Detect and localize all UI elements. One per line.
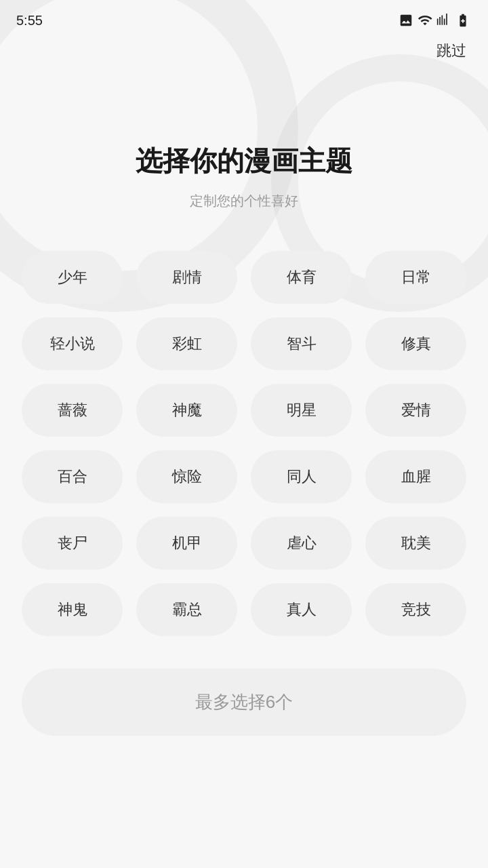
wifi-icon xyxy=(418,13,432,28)
tag-item-aiqing[interactable]: 爱情 xyxy=(365,384,466,437)
confirm-button[interactable]: 最多选择6个 xyxy=(22,669,466,736)
tag-item-shenmuo[interactable]: 神魔 xyxy=(136,384,237,437)
image-icon xyxy=(399,13,413,28)
signal-icon xyxy=(436,13,450,28)
tag-item-jijia[interactable]: 机甲 xyxy=(136,517,237,570)
page-title: 选择你的漫画主题 xyxy=(22,142,466,180)
skip-button[interactable]: 跳过 xyxy=(436,41,466,61)
tag-item-juqing[interactable]: 剧情 xyxy=(136,251,237,304)
tag-item-zhenren[interactable]: 真人 xyxy=(251,583,352,636)
tag-item-jingxian[interactable]: 惊险 xyxy=(136,450,237,503)
tag-item-zhidou[interactable]: 智斗 xyxy=(251,317,352,370)
tags-grid: 少年剧情体育日常轻小说彩虹智斗修真蔷薇神魔明星爱情百合惊险同人血腥丧尸机甲虐心耽… xyxy=(22,251,466,636)
tag-item-meigui[interactable]: 蔷薇 xyxy=(22,384,123,437)
tag-item-richang[interactable]: 日常 xyxy=(365,251,466,304)
tag-item-bazong[interactable]: 霸总 xyxy=(136,583,237,636)
tag-item-sishi[interactable]: 丧尸 xyxy=(22,517,123,570)
tag-item-xiuzhen[interactable]: 修真 xyxy=(365,317,466,370)
tag-item-shengui[interactable]: 神鬼 xyxy=(22,583,123,636)
title-section: 选择你的漫画主题 定制您的个性喜好 xyxy=(22,34,466,210)
tag-item-nuxin[interactable]: 虐心 xyxy=(251,517,352,570)
tag-item-danmei[interactable]: 耽美 xyxy=(365,517,466,570)
tag-item-qingxiaoshuo[interactable]: 轻小说 xyxy=(22,317,123,370)
tag-item-caihong[interactable]: 彩虹 xyxy=(136,317,237,370)
status-bar: 5:55 xyxy=(0,0,488,34)
page-subtitle: 定制您的个性喜好 xyxy=(22,192,466,210)
main-content: 选择你的漫画主题 定制您的个性喜好 少年剧情体育日常轻小说彩虹智斗修真蔷薇神魔明… xyxy=(0,34,488,636)
tag-item-mingxing[interactable]: 明星 xyxy=(251,384,352,437)
tag-item-xueling[interactable]: 血腥 xyxy=(365,450,466,503)
battery-icon xyxy=(454,13,472,28)
tag-item-shaonian[interactable]: 少年 xyxy=(22,251,123,304)
bottom-button-wrap: 最多选择6个 xyxy=(0,669,488,768)
tag-item-jingji[interactable]: 竞技 xyxy=(365,583,466,636)
tag-item-tiyu[interactable]: 体育 xyxy=(251,251,352,304)
status-icons xyxy=(399,13,472,28)
tag-item-baihe[interactable]: 百合 xyxy=(22,450,123,503)
status-time: 5:55 xyxy=(16,13,43,28)
tag-item-tongren[interactable]: 同人 xyxy=(251,450,352,503)
